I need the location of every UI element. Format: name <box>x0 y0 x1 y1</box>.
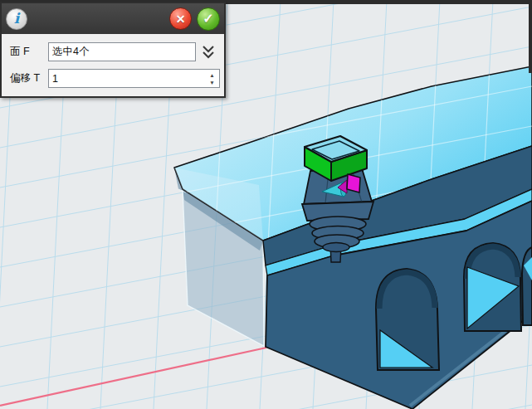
spin-up-button[interactable]: ▲ <box>206 71 218 79</box>
cad-application-window: i ✕ ✓ 面 F 偏移 T <box>0 0 532 409</box>
offset-spinbox: ▲ ▼ <box>48 69 220 88</box>
info-button[interactable]: i <box>6 8 27 30</box>
face-selection-row: 面 F <box>10 42 217 61</box>
cancel-button[interactable]: ✕ <box>169 7 192 30</box>
dialog-header[interactable]: i ✕ ✓ <box>2 3 224 34</box>
arch-opening-1[interactable] <box>376 269 439 370</box>
expand-selection-button[interactable] <box>199 43 217 61</box>
offset-face-dialog: i ✕ ✓ 面 F 偏移 T <box>0 2 226 98</box>
face-field-label: 面 F <box>10 45 48 59</box>
cancel-icon: ✕ <box>176 12 186 26</box>
arch-opening-2[interactable] <box>464 243 521 331</box>
offset-field-label: 偏移 T <box>10 71 48 85</box>
confirm-button[interactable]: ✓ <box>197 7 220 31</box>
boss-ring <box>323 243 349 252</box>
face-selection-input[interactable] <box>48 42 196 61</box>
arch-opening-3[interactable] <box>522 247 532 325</box>
offset-value-input[interactable] <box>48 69 220 88</box>
spin-down-button[interactable]: ▼ <box>206 79 218 86</box>
confirm-icon: ✓ <box>203 11 213 27</box>
window-right-edge <box>529 0 532 73</box>
offset-value-row: 偏移 T ▲ ▼ <box>10 69 217 88</box>
x-axis-line <box>0 348 266 406</box>
info-icon: i <box>14 12 19 26</box>
spinner-buttons: ▲ ▼ <box>206 71 218 86</box>
chevron-double-down-icon <box>202 44 215 61</box>
dialog-body: 面 F 偏移 T ▲ ▼ <box>2 34 224 96</box>
